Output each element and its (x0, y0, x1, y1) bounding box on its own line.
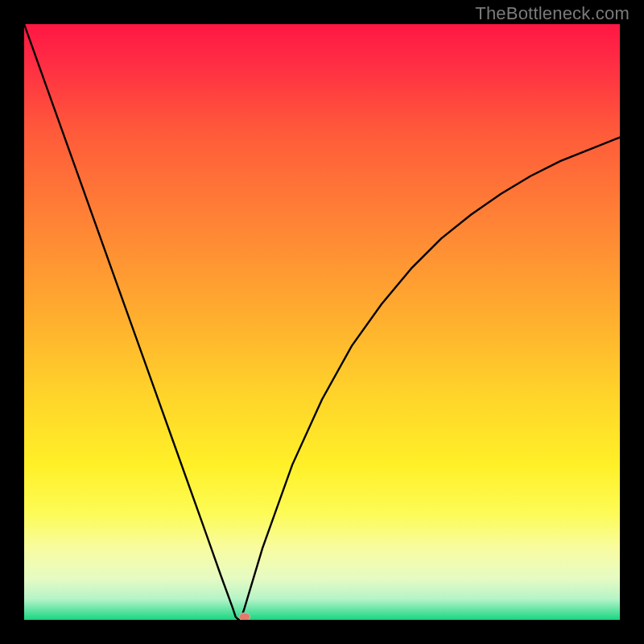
minimum-marker (239, 613, 250, 620)
plot-area (24, 24, 620, 620)
gradient-background (24, 24, 620, 620)
watermark-text: TheBottleneck.com (475, 3, 630, 24)
chart-frame: TheBottleneck.com (0, 0, 644, 644)
plot-svg (24, 24, 620, 620)
